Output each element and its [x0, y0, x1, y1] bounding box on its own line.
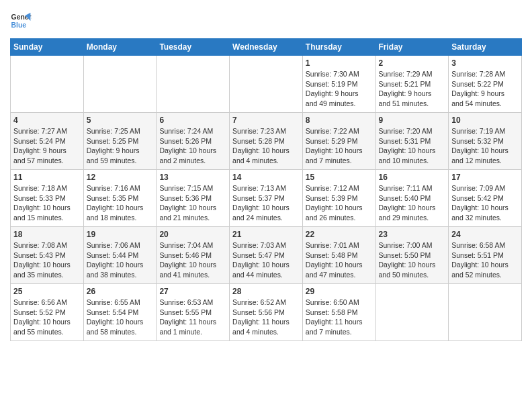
day-number: 18 — [13, 230, 81, 239]
day-info: Sunrise: 7:12 AMSunset: 5:39 PMDaylight:… — [306, 183, 373, 223]
calendar-cell: 3Sunrise: 7:28 AMSunset: 5:22 PMDaylight… — [449, 56, 522, 113]
day-info: Sunrise: 7:20 AMSunset: 5:31 PMDaylight:… — [379, 126, 446, 166]
day-number: 15 — [306, 173, 373, 182]
day-number: 4 — [13, 116, 81, 125]
calendar-cell: 5Sunrise: 7:25 AMSunset: 5:25 PMDaylight… — [83, 113, 157, 170]
day-info: Sunrise: 7:00 AMSunset: 5:50 PMDaylight:… — [379, 240, 446, 280]
day-number: 25 — [13, 287, 81, 296]
day-number: 29 — [306, 287, 373, 296]
calendar-cell — [11, 56, 84, 113]
day-info: Sunrise: 7:08 AMSunset: 5:43 PMDaylight:… — [13, 240, 81, 280]
calendar-cell: 23Sunrise: 7:00 AMSunset: 5:50 PMDayligh… — [375, 227, 449, 284]
calendar-cell: 8Sunrise: 7:22 AMSunset: 5:29 PMDaylight… — [302, 113, 375, 170]
day-number: 5 — [87, 116, 154, 125]
calendar-table: SundayMondayTuesdayWednesdayThursdayFrid… — [10, 38, 522, 341]
calendar-week-3: 11Sunrise: 7:18 AMSunset: 5:33 PMDayligh… — [11, 170, 522, 227]
day-number: 2 — [379, 58, 446, 68]
calendar-cell: 28Sunrise: 6:52 AMSunset: 5:56 PMDayligh… — [230, 284, 303, 341]
calendar-cell: 9Sunrise: 7:20 AMSunset: 5:31 PMDaylight… — [375, 113, 449, 170]
day-number: 1 — [306, 58, 373, 68]
calendar-cell: 15Sunrise: 7:12 AMSunset: 5:39 PMDayligh… — [302, 170, 375, 227]
calendar-week-5: 25Sunrise: 6:56 AMSunset: 5:52 PMDayligh… — [11, 284, 522, 341]
calendar-cell: 26Sunrise: 6:55 AMSunset: 5:54 PMDayligh… — [83, 284, 157, 341]
calendar-cell: 29Sunrise: 6:50 AMSunset: 5:58 PMDayligh… — [302, 284, 375, 341]
calendar-cell: 21Sunrise: 7:03 AMSunset: 5:47 PMDayligh… — [230, 227, 303, 284]
day-info: Sunrise: 7:03 AMSunset: 5:47 PMDaylight:… — [232, 240, 300, 280]
day-number: 23 — [379, 230, 446, 239]
day-info: Sunrise: 7:13 AMSunset: 5:37 PMDaylight:… — [232, 183, 300, 223]
calendar-cell: 13Sunrise: 7:15 AMSunset: 5:36 PMDayligh… — [157, 170, 230, 227]
calendar-cell: 25Sunrise: 6:56 AMSunset: 5:52 PMDayligh… — [11, 284, 84, 341]
weekday-header-saturday: Saturday — [449, 39, 522, 56]
day-info: Sunrise: 7:23 AMSunset: 5:28 PMDaylight:… — [232, 126, 300, 166]
day-info: Sunrise: 7:29 AMSunset: 5:21 PMDaylight:… — [379, 69, 446, 109]
weekday-header-tuesday: Tuesday — [157, 39, 230, 56]
day-info: Sunrise: 6:55 AMSunset: 5:54 PMDaylight:… — [87, 298, 154, 337]
weekday-header-thursday: Thursday — [302, 39, 375, 56]
page-header: General Blue — [10, 10, 522, 32]
svg-text:Blue: Blue — [11, 21, 27, 29]
day-info: Sunrise: 7:27 AMSunset: 5:24 PMDaylight:… — [13, 126, 81, 166]
calendar-cell: 27Sunrise: 6:53 AMSunset: 5:55 PMDayligh… — [157, 284, 230, 341]
logo-icon: General Blue — [10, 10, 32, 32]
day-number: 20 — [159, 230, 226, 239]
weekday-header-monday: Monday — [83, 39, 157, 56]
weekday-header-sunday: Sunday — [11, 39, 84, 56]
calendar-cell: 19Sunrise: 7:06 AMSunset: 5:44 PMDayligh… — [83, 227, 157, 284]
calendar-week-4: 18Sunrise: 7:08 AMSunset: 5:43 PMDayligh… — [11, 227, 522, 284]
calendar-cell — [230, 56, 303, 113]
calendar-cell: 24Sunrise: 6:58 AMSunset: 5:51 PMDayligh… — [449, 227, 522, 284]
calendar-cell: 4Sunrise: 7:27 AMSunset: 5:24 PMDaylight… — [11, 113, 84, 170]
day-number: 10 — [451, 116, 519, 125]
day-info: Sunrise: 7:25 AMSunset: 5:25 PMDaylight:… — [87, 126, 154, 166]
weekday-header-wednesday: Wednesday — [230, 39, 303, 56]
day-number: 17 — [451, 173, 519, 182]
day-info: Sunrise: 6:56 AMSunset: 5:52 PMDaylight:… — [13, 298, 81, 337]
day-info: Sunrise: 7:06 AMSunset: 5:44 PMDaylight:… — [87, 240, 154, 280]
calendar-cell: 1Sunrise: 7:30 AMSunset: 5:19 PMDaylight… — [302, 56, 375, 113]
day-info: Sunrise: 7:28 AMSunset: 5:22 PMDaylight:… — [451, 69, 519, 109]
day-info: Sunrise: 6:58 AMSunset: 5:51 PMDaylight:… — [451, 240, 519, 280]
day-number: 22 — [306, 230, 373, 239]
weekday-header-friday: Friday — [375, 39, 449, 56]
day-number: 12 — [87, 173, 154, 182]
day-number: 11 — [13, 173, 81, 182]
calendar-cell: 20Sunrise: 7:04 AMSunset: 5:46 PMDayligh… — [157, 227, 230, 284]
calendar-cell: 22Sunrise: 7:01 AMSunset: 5:48 PMDayligh… — [302, 227, 375, 284]
day-info: Sunrise: 7:04 AMSunset: 5:46 PMDaylight:… — [159, 240, 226, 280]
day-number: 16 — [379, 173, 446, 182]
calendar-week-1: 1Sunrise: 7:30 AMSunset: 5:19 PMDaylight… — [11, 56, 522, 113]
day-info: Sunrise: 7:22 AMSunset: 5:29 PMDaylight:… — [306, 126, 373, 166]
day-number: 13 — [159, 173, 226, 182]
day-number: 8 — [306, 116, 373, 125]
day-info: Sunrise: 6:50 AMSunset: 5:58 PMDaylight:… — [306, 298, 373, 337]
day-number: 7 — [232, 116, 300, 125]
day-number: 26 — [87, 287, 154, 296]
day-info: Sunrise: 7:16 AMSunset: 5:35 PMDaylight:… — [87, 183, 154, 223]
day-info: Sunrise: 7:09 AMSunset: 5:42 PMDaylight:… — [451, 183, 519, 223]
day-info: Sunrise: 6:53 AMSunset: 5:55 PMDaylight:… — [159, 298, 226, 337]
calendar-cell: 18Sunrise: 7:08 AMSunset: 5:43 PMDayligh… — [11, 227, 84, 284]
calendar-cell: 11Sunrise: 7:18 AMSunset: 5:33 PMDayligh… — [11, 170, 84, 227]
logo: General Blue — [10, 10, 34, 32]
calendar-cell: 10Sunrise: 7:19 AMSunset: 5:32 PMDayligh… — [449, 113, 522, 170]
day-info: Sunrise: 7:15 AMSunset: 5:36 PMDaylight:… — [159, 183, 226, 223]
calendar-cell: 16Sunrise: 7:11 AMSunset: 5:40 PMDayligh… — [375, 170, 449, 227]
day-number: 21 — [232, 230, 300, 239]
day-info: Sunrise: 7:01 AMSunset: 5:48 PMDaylight:… — [306, 240, 373, 280]
day-info: Sunrise: 7:24 AMSunset: 5:26 PMDaylight:… — [159, 126, 226, 166]
calendar-week-2: 4Sunrise: 7:27 AMSunset: 5:24 PMDaylight… — [11, 113, 522, 170]
calendar-cell — [157, 56, 230, 113]
day-info: Sunrise: 7:19 AMSunset: 5:32 PMDaylight:… — [451, 126, 519, 166]
calendar-cell: 6Sunrise: 7:24 AMSunset: 5:26 PMDaylight… — [157, 113, 230, 170]
day-info: Sunrise: 7:18 AMSunset: 5:33 PMDaylight:… — [13, 183, 81, 223]
calendar-cell: 14Sunrise: 7:13 AMSunset: 5:37 PMDayligh… — [230, 170, 303, 227]
calendar-cell: 17Sunrise: 7:09 AMSunset: 5:42 PMDayligh… — [449, 170, 522, 227]
calendar-cell: 7Sunrise: 7:23 AMSunset: 5:28 PMDaylight… — [230, 113, 303, 170]
day-number: 6 — [159, 116, 226, 125]
day-number: 28 — [232, 287, 300, 296]
day-info: Sunrise: 6:52 AMSunset: 5:56 PMDaylight:… — [232, 298, 300, 337]
day-info: Sunrise: 7:11 AMSunset: 5:40 PMDaylight:… — [379, 183, 446, 223]
day-number: 14 — [232, 173, 300, 182]
day-number: 19 — [87, 230, 154, 239]
